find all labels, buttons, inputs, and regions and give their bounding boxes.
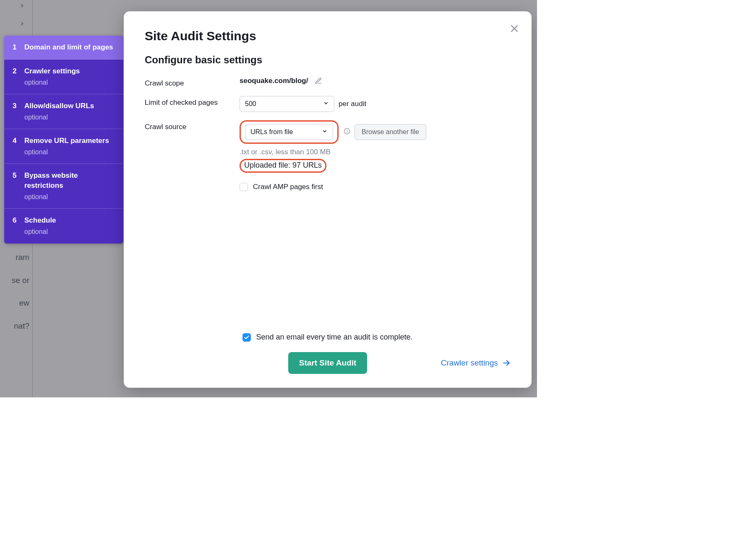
step-title: Domain and limit of pages (24, 42, 113, 52)
crawler-settings-link[interactable]: Crawler settings (441, 358, 511, 368)
step-optional: optional (24, 78, 80, 87)
arrow-right-icon (502, 359, 511, 367)
step-number: 5 (13, 171, 18, 202)
crawl-source-select[interactable]: URLs from file (245, 124, 333, 140)
step-optional: optional (24, 113, 94, 122)
close-icon (509, 23, 519, 34)
crawl-amp-checkbox[interactable] (240, 183, 248, 191)
step-optional: optional (24, 227, 56, 236)
bg-chevrons (19, 3, 25, 27)
crawl-amp-label: Crawl AMP pages first (253, 183, 323, 191)
chevron-down-icon (322, 128, 328, 136)
step-bypass-restrictions[interactable]: 5 Bypass website restrictions optional (4, 164, 123, 209)
limit-label: Limit of checked pages (145, 96, 240, 107)
close-button[interactable] (508, 22, 521, 35)
setup-steps-sidebar: 1 Domain and limit of pages 2 Crawler se… (4, 36, 123, 244)
pencil-icon (315, 77, 322, 85)
crawl-source-value: URLs from file (250, 128, 293, 136)
file-hint: .txt or .csv, less than 100 MB (240, 148, 331, 156)
edit-crawl-scope-button[interactable] (315, 77, 322, 85)
limit-suffix: per audit (339, 100, 366, 108)
highlight-ring: URLs from file (240, 120, 339, 144)
crawl-scope-label: Crawl scope (145, 77, 240, 88)
crawl-scope-value: seoquake.com/blog/ (240, 77, 308, 85)
step-optional: optional (24, 192, 116, 202)
svg-point-4 (347, 130, 347, 130)
step-allow-disallow[interactable]: 3 Allow/disallow URLs optional (4, 94, 123, 129)
browse-file-button[interactable]: Browse another file (355, 124, 426, 140)
chevron-down-icon (323, 100, 329, 108)
bg-text-fragments: ram se or ew nat? (0, 251, 29, 343)
step-title: Crawler settings (24, 66, 80, 76)
step-title: Remove URL parameters (24, 136, 109, 146)
info-icon[interactable] (344, 128, 350, 137)
step-number: 4 (13, 136, 18, 157)
start-site-audit-button[interactable]: Start Site Audit (288, 352, 368, 374)
step-title: Schedule (24, 215, 56, 226)
step-remove-url-params[interactable]: 4 Remove URL parameters optional (4, 129, 123, 164)
section-title: Configure basic settings (145, 54, 511, 66)
step-domain-limit[interactable]: 1 Domain and limit of pages (4, 36, 123, 60)
site-audit-settings-modal: Site Audit Settings Configure basic sett… (124, 11, 532, 388)
step-title: Bypass website restrictions (24, 171, 116, 191)
step-number: 6 (13, 215, 18, 236)
uploaded-file-status: Uploaded file: 97 URLs (244, 161, 322, 170)
modal-title: Site Audit Settings (145, 29, 511, 43)
email-notify-label: Send an email every time an audit is com… (256, 333, 412, 342)
crawl-source-label: Crawl source (145, 120, 240, 131)
step-title: Allow/disallow URLs (24, 101, 94, 111)
step-number: 3 (13, 101, 18, 122)
check-icon (244, 334, 250, 340)
step-number: 2 (13, 66, 18, 87)
step-optional: optional (24, 148, 109, 157)
limit-select[interactable]: 500 (240, 96, 334, 112)
limit-select-value: 500 (245, 100, 256, 108)
step-number: 1 (13, 42, 18, 52)
step-crawler-settings[interactable]: 2 Crawler settings optional (4, 60, 123, 94)
email-notify-checkbox[interactable] (242, 333, 251, 342)
step-schedule[interactable]: 6 Schedule optional (4, 209, 123, 243)
highlight-ring: Uploaded file: 97 URLs (240, 159, 326, 173)
